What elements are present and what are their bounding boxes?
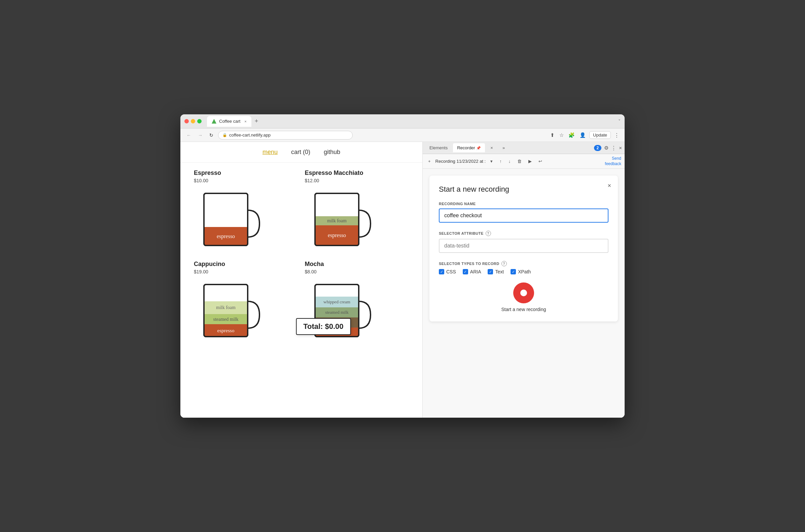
total-text: Total: $0.00 xyxy=(303,322,343,330)
devtools-badge[interactable]: 2 xyxy=(594,145,602,151)
svg-text:espresso: espresso xyxy=(327,232,346,239)
record-inner-circle xyxy=(519,288,528,297)
expand-icon[interactable]: ˅ xyxy=(618,119,621,124)
devtools-more-icon[interactable]: ⋮ xyxy=(611,145,616,151)
recording-name-group: RECORDING NAME xyxy=(439,202,608,223)
recording-name-input[interactable] xyxy=(439,209,608,223)
start-recording-label: Start a new recording xyxy=(501,307,546,312)
main-area: menu cart (0) github Espresso $10.00 xyxy=(180,142,625,418)
start-recording-btn[interactable] xyxy=(513,283,534,303)
replay-btn[interactable]: ↩ xyxy=(536,158,544,165)
checkbox-css-label: CSS xyxy=(446,269,456,274)
macchiato-name: Espresso Macchiato xyxy=(305,170,409,176)
recording-dropdown-btn[interactable]: ▾ xyxy=(488,158,495,165)
lock-icon: 🔒 xyxy=(222,133,227,137)
coffee-item-cappucino[interactable]: Cappucino $19.00 espresso steamed milk xyxy=(194,261,298,345)
checkbox-xpath-label: XPath xyxy=(518,269,531,274)
devtools-actions: 2 ⚙ ⋮ × xyxy=(594,145,622,151)
devtools-settings-icon[interactable]: ⚙ xyxy=(604,145,608,151)
espresso-cup: espresso xyxy=(194,187,261,254)
browser-window: Coffee cart × + ˅ ← → ↻ 🔒 coffee-cart.ne… xyxy=(180,114,625,418)
devtools-close-icon[interactable]: × xyxy=(619,145,622,151)
record-section: Start a new recording xyxy=(439,283,608,312)
checkbox-aria[interactable]: ✓ ARIA xyxy=(463,269,481,274)
delete-btn[interactable]: 🗑 xyxy=(515,158,524,165)
refresh-btn[interactable]: ↻ xyxy=(207,131,215,139)
svg-text:whipped cream: whipped cream xyxy=(324,299,350,304)
export-up-btn[interactable]: ↑ xyxy=(497,158,504,165)
coffee-nav: menu cart (0) github xyxy=(180,142,422,163)
coffee-item-macchiato[interactable]: Espresso Macchiato $12.00 espresso milk … xyxy=(305,170,409,254)
mocha-cup: chocolate syrup steamed milk whipped cre… xyxy=(305,278,372,345)
selector-attribute-input[interactable] xyxy=(439,239,608,253)
active-tab[interactable]: Coffee cart × xyxy=(207,116,251,127)
coffee-item-espresso[interactable]: Espresso $10.00 espresso xyxy=(194,170,298,254)
checkbox-aria-box: ✓ xyxy=(463,269,468,274)
nav-menu[interactable]: menu xyxy=(262,149,278,156)
coffee-grid: Espresso $10.00 espresso xyxy=(180,163,422,352)
devtools-tab-more[interactable]: » xyxy=(498,143,509,152)
mocha-name: Mocha xyxy=(305,261,409,268)
checkbox-xpath-box: ✓ xyxy=(511,269,516,274)
play-btn[interactable]: ▶ xyxy=(526,158,534,165)
mocha-price: $8.00 xyxy=(305,269,409,274)
forward-btn[interactable]: → xyxy=(196,131,205,139)
checkbox-group: ✓ CSS ✓ ARIA ✓ Text ✓ XP xyxy=(439,269,608,274)
close-traffic-light[interactable] xyxy=(184,119,189,124)
devtools-tab-close[interactable]: × xyxy=(486,143,497,152)
checkbox-text-label: Text xyxy=(495,269,504,274)
new-tab-btn[interactable]: + xyxy=(253,118,260,125)
address-bar[interactable]: 🔒 coffee-cart.netlify.app xyxy=(218,131,353,139)
traffic-lights xyxy=(184,119,202,124)
recording-name-label: RECORDING NAME xyxy=(439,202,608,206)
devtools-tab-elements[interactable]: Elements xyxy=(425,143,452,152)
checkbox-xpath[interactable]: ✓ XPath xyxy=(511,269,531,274)
tab-area: Coffee cart × + xyxy=(207,116,616,127)
minimize-traffic-light[interactable] xyxy=(191,119,195,124)
user-icon[interactable]: 👤 xyxy=(578,131,587,139)
devtools-panel: Elements Recorder 📌 × » 2 ⚙ ⋮ × + Record… xyxy=(423,142,625,418)
checkbox-text[interactable]: ✓ Text xyxy=(488,269,504,274)
bookmark-icon[interactable]: ☆ xyxy=(558,131,565,139)
dialog-close-btn[interactable]: × xyxy=(607,182,611,189)
tab-title: Coffee cart xyxy=(219,119,240,124)
svg-text:espresso: espresso xyxy=(217,233,235,240)
pin-icon: 📌 xyxy=(476,146,481,150)
nav-github[interactable]: github xyxy=(324,149,340,156)
espresso-name: Espresso xyxy=(194,170,298,176)
devtools-tabs: Elements Recorder 📌 × » 2 ⚙ ⋮ × xyxy=(423,142,625,154)
svg-text:milk foam: milk foam xyxy=(216,305,236,310)
cappucino-name: Cappucino xyxy=(194,261,298,268)
back-btn[interactable]: ← xyxy=(184,131,193,139)
recording-info: Recording 11/23/2022 at : xyxy=(436,159,486,164)
macchiato-price: $12.00 xyxy=(305,178,409,183)
coffee-app: menu cart (0) github Espresso $10.00 xyxy=(180,142,423,418)
tab-favicon xyxy=(212,119,216,124)
nav-bar: ← → ↻ 🔒 coffee-cart.netlify.app ⬆ ☆ 🧩 👤 … xyxy=(180,129,625,142)
svg-text:steamed milk: steamed milk xyxy=(213,317,238,322)
espresso-price: $10.00 xyxy=(194,178,298,183)
recording-dialog: × Start a new recording RECORDING NAME S… xyxy=(429,175,618,322)
add-recording-btn[interactable]: + xyxy=(426,158,433,165)
svg-text:milk foam: milk foam xyxy=(327,218,347,223)
svg-text:espresso: espresso xyxy=(217,328,235,333)
selector-attribute-help-icon[interactable]: ? xyxy=(486,231,491,236)
share-icon[interactable]: ⬆ xyxy=(549,131,556,139)
update-btn[interactable]: Update xyxy=(589,131,611,139)
maximize-traffic-light[interactable] xyxy=(197,119,202,124)
cappucino-price: $19.00 xyxy=(194,269,298,274)
send-feedback-link[interactable]: Sendfeedback xyxy=(605,156,621,167)
checkbox-css[interactable]: ✓ CSS xyxy=(439,269,456,274)
tab-close-btn[interactable]: × xyxy=(244,119,246,124)
export-down-btn[interactable]: ↓ xyxy=(507,158,513,165)
selector-types-help-icon[interactable]: ? xyxy=(501,261,507,266)
cappucino-cup: espresso steamed milk milk foam xyxy=(194,278,261,345)
svg-text:steamed milk: steamed milk xyxy=(325,310,349,315)
selector-attribute-label: SELECTOR ATTRIBUTE ? xyxy=(439,231,608,236)
checkbox-aria-label: ARIA xyxy=(470,269,481,274)
more-options-icon[interactable]: ⋮ xyxy=(613,131,621,139)
devtools-tab-recorder[interactable]: Recorder 📌 xyxy=(453,143,485,152)
extensions-icon[interactable]: 🧩 xyxy=(567,131,576,139)
dialog-title: Start a new recording xyxy=(439,185,608,194)
nav-cart[interactable]: cart (0) xyxy=(291,149,310,156)
